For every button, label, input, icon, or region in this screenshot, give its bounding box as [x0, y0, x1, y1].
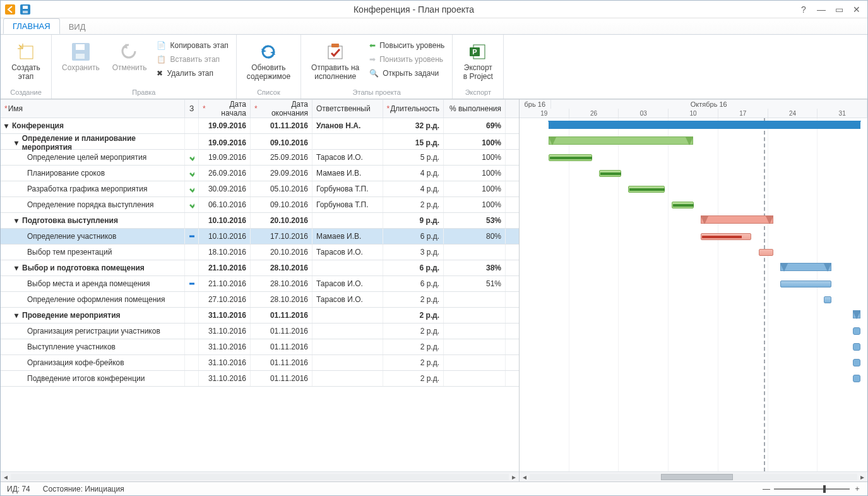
gantt-task-bar[interactable]: [549, 154, 592, 161]
help-icon[interactable]: ?: [797, 4, 811, 15]
col-start[interactable]: Дата начала: [199, 100, 251, 118]
gantt-task-bar[interactable]: [759, 249, 773, 256]
table-row[interactable]: ▾Подготовка выступления10.10.201620.10.2…: [1, 213, 519, 229]
zoom-in-icon[interactable]: ＋: [853, 483, 861, 494]
create-stage-label: Создать этап: [11, 64, 40, 82]
table-row[interactable]: ▾Конференция19.09.201601.11.2016Уланов Н…: [1, 118, 519, 134]
undo-button[interactable]: Отменить: [110, 40, 150, 74]
cell-duration: 15 р.д.: [383, 134, 444, 152]
col-duration[interactable]: Длительность: [383, 100, 444, 118]
cell-duration: 9 р.д.: [383, 213, 444, 228]
cell-end: 01.11.2016: [251, 371, 312, 386]
minimize-icon[interactable]: —: [814, 4, 828, 15]
delete-icon: ✖: [157, 69, 163, 78]
create-stage-button[interactable]: Создать этап: [8, 40, 44, 83]
gantt-task-bar[interactable]: [780, 281, 831, 287]
table-row[interactable]: Организация кофе-брейков31.10.201601.11.…: [1, 355, 519, 371]
cell-name: Выступление участников: [1, 339, 185, 354]
delete-stage-button[interactable]: ✖Удалить этап: [157, 68, 228, 79]
save-button[interactable]: Сохранить: [59, 40, 102, 74]
titlebar: Конференция - План проекта ? — ▭ ✕: [1, 1, 867, 18]
grid-body[interactable]: ▾Конференция19.09.201601.11.2016Уланов Н…: [1, 118, 519, 471]
scroll-left-icon[interactable]: ◂: [520, 473, 530, 481]
table-row[interactable]: Разработка графика мероприятия30.09.2016…: [1, 181, 519, 197]
scroll-thumb[interactable]: [661, 474, 733, 480]
gantt-chart[interactable]: [520, 118, 867, 471]
gantt-milestone[interactable]: [853, 327, 860, 335]
timeline-day: 24: [768, 109, 818, 118]
refresh-button[interactable]: Обновить содержимое: [244, 40, 293, 83]
gantt-task-bar[interactable]: [824, 296, 831, 303]
copy-stage-button[interactable]: 📄Копировать этап: [157, 40, 228, 51]
col-percent[interactable]: % выполнения: [444, 100, 506, 118]
cell-responsible: [312, 308, 383, 323]
level-up-button[interactable]: ⬅Повысить уровень: [369, 40, 444, 51]
cell-end: 05.10.2016: [251, 181, 312, 197]
zoom-slider[interactable]: — ＋: [763, 483, 861, 494]
gantt-milestone[interactable]: [853, 359, 860, 366]
tab-view[interactable]: ВИД: [60, 20, 95, 34]
cell-start: 21.10.2016: [199, 260, 251, 275]
gantt-row: [520, 166, 867, 181]
table-row[interactable]: ▾Выбор и подготовка помещения21.10.20162…: [1, 260, 519, 276]
table-row[interactable]: ▾Проведение мероприятия31.10.201601.11.2…: [1, 308, 519, 324]
col-name[interactable]: Имя: [1, 100, 185, 118]
gantt-task-bar[interactable]: [628, 186, 664, 193]
table-row[interactable]: Выбор места и аренда помещения21.10.2016…: [1, 276, 519, 292]
cell-percent: 38%: [444, 260, 506, 275]
table-row[interactable]: Определение целей мероприятия19.09.20162…: [1, 150, 519, 166]
gantt-summary-bar[interactable]: [780, 263, 831, 271]
cell-percent: [444, 355, 506, 370]
zoom-out-icon[interactable]: —: [763, 485, 770, 493]
table-row[interactable]: Определение участников10.10.201617.10.20…: [1, 229, 519, 245]
send-label: Отправить на исполнение: [311, 64, 359, 82]
send-icon: [324, 41, 346, 63]
save-quick-icon[interactable]: [20, 4, 31, 15]
svg-rect-9: [76, 44, 85, 50]
gantt-milestone[interactable]: [853, 375, 860, 382]
gantt-summary-bar[interactable]: [853, 310, 860, 318]
gantt-summary-bar[interactable]: [549, 136, 694, 145]
send-button[interactable]: Отправить на исполнение: [309, 40, 362, 83]
table-row[interactable]: Организация регистрации участников31.10.…: [1, 324, 519, 339]
table-row[interactable]: Выступление участников31.10.201601.11.20…: [1, 339, 519, 355]
h-scrollbar-right[interactable]: ◂ ▸: [520, 471, 867, 481]
table-row[interactable]: Планирование сроков26.09.201629.09.2016М…: [1, 166, 519, 181]
scroll-left-icon[interactable]: ◂: [1, 473, 11, 481]
level-up-label: Повысить уровень: [379, 41, 444, 50]
level-down-button[interactable]: ➡Понизить уровень: [369, 54, 444, 65]
cell-name: Подведение итогов конференции: [1, 371, 185, 386]
gantt-task-bar[interactable]: [599, 170, 621, 177]
gantt-summary-bar[interactable]: [701, 215, 773, 224]
group-export: P Экспорт в Project Экспорт: [453, 35, 504, 99]
col-responsible[interactable]: Ответственный: [312, 100, 383, 118]
paste-stage-button[interactable]: 📋Вставить этап: [157, 54, 228, 65]
maximize-icon[interactable]: ▭: [832, 4, 846, 15]
table-row[interactable]: Определение порядка выступления06.10.201…: [1, 197, 519, 213]
gantt-row: [520, 308, 867, 324]
cell-name: Организация кофе-брейков: [1, 355, 185, 370]
close-icon[interactable]: ✕: [850, 4, 864, 15]
table-row[interactable]: Выбор тем презентаций18.10.201620.10.201…: [1, 245, 519, 260]
month-sep: брь 16: [520, 100, 551, 109]
gantt-task-bar[interactable]: [672, 202, 693, 209]
scroll-right-icon[interactable]: ▸: [857, 473, 867, 481]
col-status[interactable]: З: [185, 100, 199, 118]
table-row[interactable]: Определение оформления помещения27.10.20…: [1, 292, 519, 308]
col-end[interactable]: Дата окончания: [251, 100, 312, 118]
cell-name: Организация регистрации участников: [1, 324, 185, 339]
app-icon[interactable]: [4, 4, 16, 15]
cell-percent: 51%: [444, 276, 506, 291]
open-tasks-button[interactable]: 🔍Открыть задачи: [369, 68, 444, 79]
gantt-summary-bar[interactable]: [549, 121, 860, 129]
timeline-days: 19260310172431: [520, 109, 867, 118]
cell-duration: 6 р.д.: [383, 276, 444, 291]
export-project-button[interactable]: P Экспорт в Project: [460, 40, 496, 83]
gantt-task-bar[interactable]: [701, 233, 751, 240]
gantt-milestone[interactable]: [853, 343, 860, 351]
scroll-right-icon[interactable]: ▸: [509, 473, 519, 481]
tab-main[interactable]: ГЛАВНАЯ: [3, 18, 60, 34]
table-row[interactable]: ▾Определение и планирование мероприятия1…: [1, 134, 519, 150]
table-row[interactable]: Подведение итогов конференции31.10.20160…: [1, 371, 519, 387]
h-scrollbar-left[interactable]: ◂ ▸: [1, 471, 519, 481]
